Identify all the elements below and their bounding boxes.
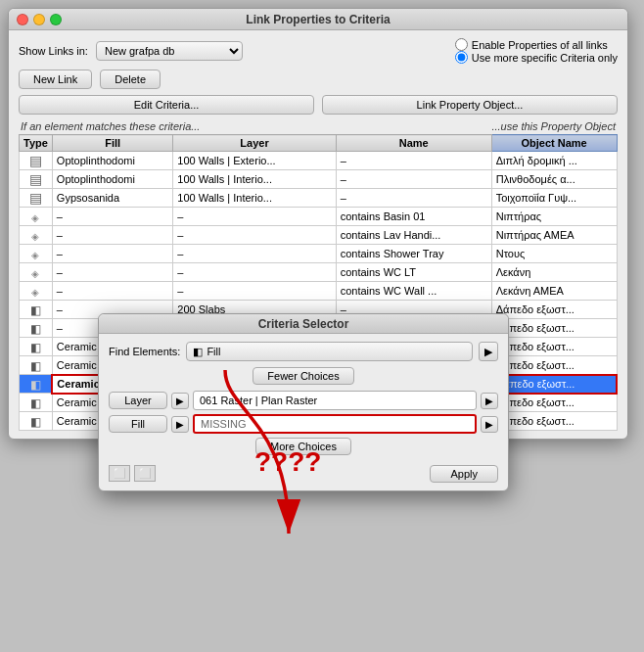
apply-button[interactable]: Apply [430, 465, 498, 483]
fill-value: Optoplinthodomi [52, 170, 172, 189]
object-name-value: Λεκάνη [491, 263, 617, 282]
name-value: contains WC Wall ... [336, 282, 491, 301]
object-name-value: Δάπεδο εξωστ... [491, 338, 617, 356]
fill-value: – [52, 226, 172, 245]
radio-all-links: Enable Properties of all links [455, 38, 618, 51]
table-row[interactable]: ◈ – – contains Basin 01 Νιπτήρας [20, 208, 618, 226]
layer-value: – [173, 208, 336, 226]
object-name-value: Ντους [491, 245, 617, 263]
layer-value: – [173, 263, 336, 282]
table-row[interactable]: ◈ – – contains WC LT Λεκάνη [20, 263, 618, 282]
layer-criteria-row: Layer ▶ 061 Raster | Plan Raster ▶ [109, 391, 498, 410]
title-bar: Link Properties to Criteria [9, 9, 627, 30]
object-name-value: Διπλή δρομική ... [491, 152, 617, 170]
col-name: Name [336, 135, 491, 152]
object-name-value: Δάπεδο εξωστ... [491, 394, 617, 412]
radio-specific-criteria-input[interactable] [455, 51, 468, 64]
bottom-icon-1[interactable]: ⬜ [109, 465, 130, 482]
fill-icon: ◧ [193, 346, 203, 358]
layer-value: – [173, 282, 336, 301]
table-row[interactable]: ◈ – – contains WC Wall ... Λεκάνη ΑΜΕΑ [20, 282, 618, 301]
layer-value: 100 Walls | Interio... [173, 170, 336, 189]
action-buttons-row: New Link Delete [19, 70, 618, 89]
fill-end-arrow[interactable]: ▶ [481, 416, 498, 433]
bottom-icons: ⬜ ⬜ [109, 465, 156, 482]
name-value: – [336, 189, 491, 208]
criteria-header: If an element matches these criteria... [21, 120, 200, 132]
fill-value: – [52, 245, 172, 263]
name-value: contains Basin 01 [336, 208, 491, 226]
layer-value: 100 Walls | Exterio... [173, 152, 336, 170]
show-links-row: Show Links in: New grafpa db Enable Prop… [19, 38, 618, 64]
name-value: contains Shower Tray [336, 245, 491, 263]
table-row[interactable]: ▤ Optoplinthodomi 100 Walls | Exterio...… [20, 152, 618, 170]
object-name-value: Δάπεδο εξωστ... [491, 356, 617, 375]
delete-button[interactable]: Delete [100, 70, 161, 89]
radio-all-links-input[interactable] [455, 38, 468, 51]
col-type: Type [20, 135, 53, 152]
layer-value: – [173, 226, 336, 245]
object-name-selected: Δάπεδο εξωστ... [491, 375, 617, 394]
object-name-value: Νιπτήρας ΑΜΕΑ [491, 226, 617, 245]
type-icon: ▤ [20, 170, 53, 189]
table-row[interactable]: ◈ – – contains Lav Handi... Νιπτήρας ΑΜΕ… [20, 226, 618, 245]
bottom-icon-2[interactable]: ⬜ [134, 465, 156, 482]
database-dropdown-wrapper: New grafpa db [96, 41, 243, 61]
fill-value: – [52, 282, 172, 301]
close-button[interactable] [17, 14, 28, 25]
type-icon: ◧ [20, 301, 53, 319]
type-icon: ◈ [20, 245, 53, 263]
find-elements-row: Find Elements: ◧ Fill ▶ [109, 342, 498, 361]
type-icon: ▤ [20, 189, 53, 208]
property-header: ...use this Property Object [491, 120, 616, 132]
object-name-value: Δάπεδο εξωστ... [491, 319, 617, 338]
fill-criteria-row: Fill ▶ MISSING ▶ [109, 414, 498, 434]
fill-dropdown-label: Fill [207, 346, 220, 357]
type-icon: ◧ [20, 394, 53, 412]
find-elements-label: Find Elements: [109, 346, 180, 357]
layer-label-button[interactable]: Layer [109, 392, 167, 409]
table-row[interactable]: ▤ Optoplinthodomi 100 Walls | Interio...… [20, 170, 618, 189]
object-name-value: Δάπεδο εξωστ... [491, 412, 617, 431]
fill-label-button[interactable]: Fill [109, 415, 167, 433]
type-icon: ◧ [20, 356, 53, 375]
fill-value-box[interactable]: MISSING [193, 414, 477, 434]
fill-value: – [52, 263, 172, 282]
criteria-popup-title: Criteria Selector [258, 317, 349, 331]
object-name-value: Τοιχοποϊία Γυψ... [491, 189, 617, 208]
layer-value: – [173, 245, 336, 263]
new-link-button[interactable]: New Link [19, 70, 92, 89]
link-property-object-button[interactable]: Link Property Object... [322, 95, 618, 115]
table-row[interactable]: ◈ – – contains Shower Tray Ντους [20, 245, 618, 263]
object-name-value: Δάπεδο εξωστ... [491, 301, 617, 319]
radio-all-links-label: Enable Properties of all links [472, 39, 608, 51]
popup-nav-button[interactable]: ▶ [479, 342, 498, 361]
criteria-row: Edit Criteria... Link Property Object... [19, 95, 618, 115]
type-icon: ◈ [20, 226, 53, 245]
object-name-value: Λεκάνη ΑΜΕΑ [491, 282, 617, 301]
fill-dropdown[interactable]: ◧ Fill [186, 342, 473, 361]
type-icon: ◈ [20, 263, 53, 282]
layer-value: 100 Walls | Interio... [173, 189, 336, 208]
col-object-name: Object Name [491, 135, 617, 152]
edit-criteria-button[interactable]: Edit Criteria... [19, 95, 314, 115]
type-icon: ◧ [20, 338, 53, 356]
object-name-value: Πλινθοδομές α... [491, 170, 617, 189]
maximize-button[interactable] [50, 14, 62, 25]
criteria-popup-title-bar: Criteria Selector [99, 314, 508, 334]
minimize-button[interactable] [33, 14, 45, 25]
col-layer: Layer [173, 135, 336, 152]
layer-arrow[interactable]: ▶ [171, 393, 189, 409]
database-dropdown[interactable]: New grafpa db [96, 41, 243, 61]
window-title: Link Properties to Criteria [246, 13, 390, 26]
name-value: contains WC LT [336, 263, 491, 282]
fewer-choices-button[interactable]: Fewer Choices [253, 367, 353, 385]
object-name-value: Νιπτήρας [491, 208, 617, 226]
fill-arrow[interactable]: ▶ [171, 416, 189, 433]
table-row[interactable]: ▤ Gypsosanida 100 Walls | Interio... – Τ… [20, 189, 618, 208]
show-links-label: Show Links in: [19, 45, 88, 57]
layer-value-box[interactable]: 061 Raster | Plan Raster [193, 391, 477, 410]
name-value: – [336, 170, 491, 189]
layer-end-arrow[interactable]: ▶ [481, 393, 498, 409]
col-fill: Fill [52, 135, 172, 152]
